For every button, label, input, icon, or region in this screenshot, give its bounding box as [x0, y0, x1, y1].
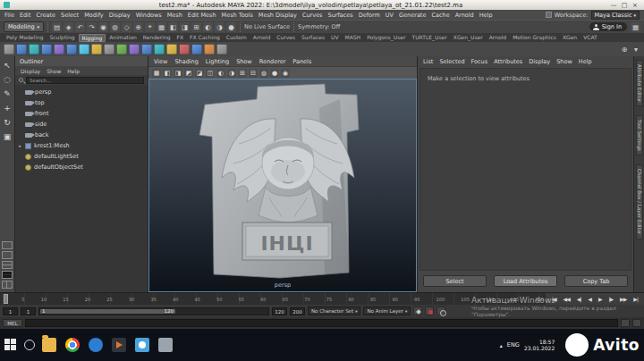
- viewport-toolbar-icon[interactable]: ⊞: [238, 69, 247, 78]
- attribute-menu-item[interactable]: Focus: [471, 58, 488, 65]
- menu-item[interactable]: Select: [61, 12, 79, 19]
- transport-button[interactable]: ◀|: [577, 296, 581, 302]
- menu-item[interactable]: Mesh Tools: [222, 12, 253, 19]
- viewport-canvas[interactable]: ІНЦІ persp: [148, 79, 417, 292]
- tray-expand-icon[interactable]: ▴: [500, 342, 503, 348]
- shelf-tab[interactable]: FX Caching: [187, 34, 223, 42]
- viewport-menu-item[interactable]: Show: [236, 58, 252, 65]
- shelf-icon[interactable]: [129, 44, 140, 55]
- tool-icon[interactable]: ✎: [2, 88, 13, 99]
- shelf-tab[interactable]: Sculpting: [47, 34, 78, 42]
- shelf-tab[interactable]: Arnold: [250, 34, 273, 42]
- outliner-row[interactable]: defaultObjectSet: [15, 162, 148, 172]
- toolbar-icon[interactable]: ◑: [215, 22, 225, 32]
- shelf-icon[interactable]: [4, 44, 14, 55]
- transport-button[interactable]: ◀: [588, 296, 591, 302]
- viewport-toolbar-icon[interactable]: ◉: [281, 69, 290, 78]
- shelf-icon[interactable]: [91, 44, 102, 55]
- transport-button[interactable]: ◀◀: [564, 296, 570, 302]
- menu-item[interactable]: Mesh Display: [258, 12, 297, 19]
- tool-icon[interactable]: ▣: [2, 130, 13, 142]
- attribute-menu-item[interactable]: Selected: [439, 58, 464, 65]
- transport-button[interactable]: ▶|: [633, 296, 638, 302]
- outliner-row[interactable]: top: [15, 97, 148, 108]
- outliner-menu-item[interactable]: Display: [21, 68, 40, 74]
- toolbar-icon[interactable]: ◧: [168, 22, 178, 32]
- toolbar-icon[interactable]: ↶: [75, 22, 85, 32]
- start-button[interactable]: [4, 339, 17, 351]
- menu-item[interactable]: Windows: [136, 12, 162, 19]
- viewport-toolbar-icon[interactable]: ◐: [216, 69, 225, 78]
- output-window-icon[interactable]: [632, 319, 641, 327]
- sidebar-tab[interactable]: Tool Settings: [636, 115, 643, 155]
- outliner-row[interactable]: front: [15, 108, 148, 119]
- shelf-tab[interactable]: TURTLE_User: [410, 34, 450, 42]
- viewport-toolbar-icon[interactable]: ●: [270, 69, 279, 78]
- attribute-menu-item[interactable]: List: [423, 58, 433, 65]
- viewport-menu-item[interactable]: Lighting: [206, 58, 229, 65]
- grid-layout-icon[interactable]: ▦: [631, 22, 640, 32]
- range-slider-handle[interactable]: 1 120: [40, 309, 175, 314]
- taskbar-app-icon[interactable]: [158, 338, 173, 352]
- anim-layer-dropdown[interactable]: No Anim Layer: [363, 306, 411, 315]
- select-button[interactable]: Select: [423, 275, 487, 287]
- outliner-row[interactable]: ▸ krest1:Mesh: [15, 140, 148, 151]
- time-slider[interactable]: 1510152025303540455055606570758085909510…: [0, 292, 644, 305]
- outliner-row[interactable]: persp: [15, 87, 148, 97]
- menu-item[interactable]: Edit: [20, 12, 31, 19]
- menu-item[interactable]: Surfaces: [328, 12, 353, 19]
- toolbar-icon[interactable]: ◉: [98, 22, 108, 32]
- outliner-row[interactable]: defaultLightSet: [15, 151, 148, 162]
- shelf-tab[interactable]: Curves: [274, 34, 298, 42]
- viewport-toolbar-icon[interactable]: ◩: [184, 69, 193, 78]
- set-key-icon[interactable]: [413, 306, 422, 315]
- divider[interactable]: [293, 22, 294, 32]
- tool-icon[interactable]: ◌: [2, 73, 13, 85]
- toolbar-icon[interactable]: ⌖: [145, 22, 155, 32]
- menu-item[interactable]: UV: [386, 12, 394, 19]
- viewport-toolbar-icon[interactable]: ◧: [163, 69, 172, 78]
- menu-item[interactable]: File: [4, 12, 14, 19]
- tool-icon[interactable]: +: [2, 102, 13, 113]
- search-input[interactable]: Search...: [26, 77, 144, 84]
- menu-item[interactable]: Help: [479, 12, 493, 19]
- shelf-icon[interactable]: [116, 44, 127, 55]
- shelf-tab[interactable]: Custom: [224, 34, 250, 42]
- menu-item[interactable]: Mesh: [167, 12, 182, 19]
- shelf-icon[interactable]: [154, 44, 165, 55]
- animation-end-field[interactable]: 200: [290, 307, 305, 315]
- shelf-icon[interactable]: [66, 44, 77, 55]
- layout-preset-button[interactable]: [2, 271, 13, 279]
- shelf-icon[interactable]: [54, 44, 64, 55]
- range-slider[interactable]: 1 120: [38, 307, 269, 315]
- toolbar-icon[interactable]: ⊕: [133, 22, 143, 32]
- sidebar-tab[interactable]: Attribute Editor: [636, 60, 643, 106]
- viewport-menu-item[interactable]: View: [154, 58, 167, 65]
- menu-item[interactable]: Display: [109, 12, 131, 19]
- script-editor-icon[interactable]: [621, 319, 630, 327]
- outliner-row[interactable]: side: [15, 119, 148, 130]
- menu-item[interactable]: Deform: [359, 12, 380, 19]
- viewport-menu-item[interactable]: Panels: [292, 58, 311, 65]
- expand-arrow-icon[interactable]: ▸: [18, 143, 22, 148]
- viewport-toolbar-icon[interactable]: ◪: [195, 69, 204, 78]
- viewport-menu-item[interactable]: Renderer: [259, 58, 286, 65]
- viewport-toolbar-icon[interactable]: ▦: [152, 69, 161, 78]
- shelf-icon[interactable]: [16, 44, 27, 55]
- sign-in-button[interactable]: Sign In: [589, 22, 627, 31]
- attribute-menu-item[interactable]: Help: [579, 58, 592, 65]
- viewport-menu-item[interactable]: Shading: [174, 58, 198, 65]
- menu-item[interactable]: Edit Mesh: [188, 12, 216, 19]
- layout-preset-button[interactable]: [2, 281, 13, 289]
- shelf-icon[interactable]: [166, 44, 177, 55]
- attribute-menu-item[interactable]: Attributes: [494, 58, 522, 65]
- shelf-tab[interactable]: VCAT: [580, 34, 600, 42]
- layout-preset-button[interactable]: [2, 261, 13, 269]
- layout-preset-button[interactable]: [2, 251, 13, 259]
- tool-icon[interactable]: ↻: [2, 116, 13, 128]
- gear-icon[interactable]: ⊕: [620, 45, 629, 54]
- menu-item[interactable]: Create: [36, 12, 55, 19]
- menu-item[interactable]: Arnold: [455, 12, 474, 19]
- sidebar-tab[interactable]: Channel Box / Layer Editor: [636, 164, 643, 239]
- shelf-icon[interactable]: [141, 44, 152, 55]
